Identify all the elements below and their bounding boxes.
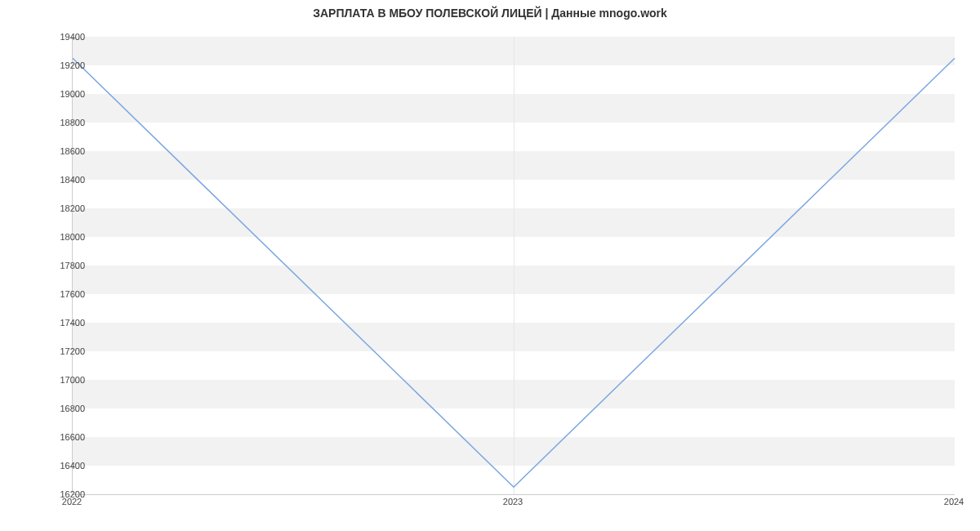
y-tick-label: 17800 — [60, 261, 85, 270]
y-tick-label: 17200 — [60, 346, 85, 356]
x-tick-label: 2023 — [503, 497, 523, 506]
chart-title: ЗАРПЛАТА В МБОУ ПОЛЕВСКОЙ ЛИЦЕЙ | Данные… — [0, 0, 980, 20]
y-tick-label: 18600 — [60, 146, 85, 156]
y-tick-label: 18400 — [60, 175, 85, 185]
y-tick-label: 16400 — [60, 461, 85, 471]
y-tick-label: 17600 — [60, 289, 85, 299]
y-tick-label: 19400 — [60, 32, 85, 42]
y-tick-label: 17000 — [60, 375, 85, 385]
y-tick-label: 18800 — [60, 118, 85, 127]
x-tick-label: 2022 — [62, 497, 82, 506]
y-tick-label: 19000 — [60, 89, 85, 99]
y-tick-label: 16600 — [60, 432, 85, 442]
data-line — [73, 58, 955, 487]
line-layer — [73, 37, 955, 494]
plot-area — [72, 37, 955, 495]
x-tick-label: 2024 — [944, 497, 964, 506]
y-tick-label: 16800 — [60, 404, 85, 413]
y-tick-label: 19200 — [60, 60, 85, 70]
y-tick-label: 18200 — [60, 203, 85, 213]
y-tick-label: 18000 — [60, 232, 85, 242]
plot-container — [72, 37, 954, 494]
y-tick-label: 17400 — [60, 318, 85, 328]
